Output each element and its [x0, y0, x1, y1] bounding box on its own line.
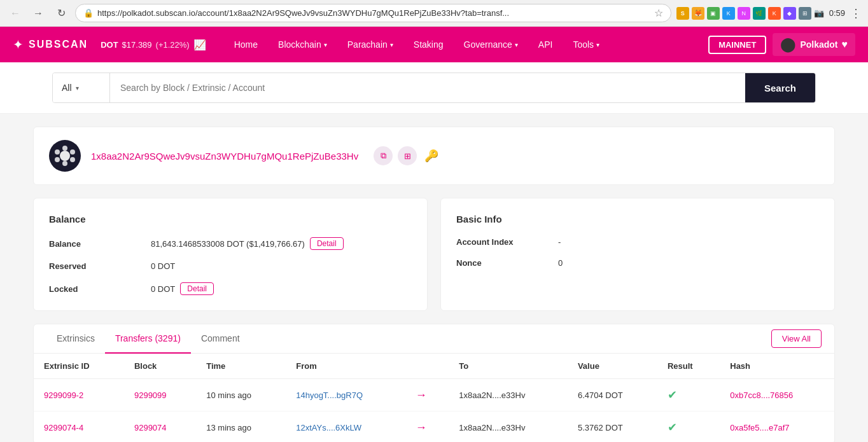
tab-transfers[interactable]: Transfers (3291): [105, 324, 191, 354]
navbar-logo[interactable]: ✦ SUBSCAN: [13, 37, 88, 52]
reserved-value: 0 DOT: [151, 261, 175, 271]
nav-api[interactable]: API: [529, 27, 562, 62]
navbar-links: Home Blockchain ▾ Parachain ▾ Staking Go…: [225, 27, 708, 62]
chart-icon: 📈: [193, 39, 206, 51]
locked-detail-button[interactable]: Detail: [180, 282, 214, 295]
dot-price: $17.389: [122, 40, 152, 50]
account-actions: ⧉ ⊞ 🔑: [374, 146, 441, 165]
svg-point-2: [62, 146, 67, 151]
to-1: 1x8aa2N....e33Hv: [449, 379, 568, 411]
svg-point-3: [62, 161, 67, 166]
hash-link-2[interactable]: 0xa5fe5....e7af7: [730, 423, 789, 432]
account-index-value: -: [558, 237, 561, 247]
copy-icon: ⧉: [381, 151, 386, 161]
transfers-table: Extrinsic ID Block Time From To Value Re…: [34, 354, 834, 442]
forward-button[interactable]: →: [29, 4, 47, 22]
heart-icon: ♥: [842, 39, 848, 50]
result-icon-2: ✔: [668, 421, 677, 434]
account-index-row: Account Index -: [456, 237, 819, 247]
extension-icons: S 🦊 ▣ K N 🌿 K ◆ ⊞ 📷: [676, 7, 824, 20]
copy-address-button[interactable]: ⧉: [374, 146, 393, 165]
nav-staking[interactable]: Staking: [405, 27, 452, 62]
basic-info-title: Basic Info: [456, 214, 819, 224]
back-button[interactable]: ←: [6, 4, 24, 22]
svg-point-6: [55, 157, 60, 162]
nonce-row: Nonce 0: [456, 258, 819, 268]
ext-icon-8: ◆: [783, 7, 796, 20]
account-card: 1x8aa2N2Ar9SQweJv9vsuZn3WYDHu7gMQu1RePjZ…: [33, 127, 835, 185]
ext-icon-9: ⊞: [799, 7, 811, 20]
col-extrinsic-id: Extrinsic ID: [34, 354, 124, 379]
avatar-icon: [51, 142, 79, 170]
ext-icon-5: N: [738, 7, 750, 20]
from-link-2[interactable]: 12xtAYs....6XkLW: [296, 423, 361, 432]
browser-menu[interactable]: ⋮: [850, 6, 862, 20]
search-bar: All ▾ Search: [52, 73, 816, 103]
bookmark-icon[interactable]: ☆: [654, 7, 663, 19]
balance-row: Balance 81,643.1468533008 DOT ($1,419,76…: [49, 237, 412, 250]
value-1: 6.4704 DOT: [568, 379, 657, 411]
main-content: 1x8aa2N2Ar9SQweJv9vsuZn3WYDHu7gMQu1RePjZ…: [20, 114, 848, 442]
col-result: Result: [657, 354, 720, 379]
svg-point-1: [60, 151, 70, 161]
address-bar[interactable]: 🔒 https://polkadot.subscan.io/account/1x…: [75, 4, 671, 22]
tabs-container: Extrinsics Transfers (3291) Comment View…: [33, 324, 835, 442]
from-link-1[interactable]: 14hyogT....bgR7Q: [296, 390, 363, 400]
time-2: 13 mins ago: [196, 411, 286, 443]
block-link-1[interactable]: 9299099: [134, 390, 167, 400]
nav-parachain[interactable]: Parachain ▾: [339, 27, 402, 62]
nav-governance[interactable]: Governance ▾: [455, 27, 527, 62]
svg-point-5: [70, 149, 75, 155]
block-link-2[interactable]: 9299074: [134, 423, 167, 432]
result-icon-1: ✔: [668, 389, 677, 401]
table-row: 9299074-4 9299074 13 mins ago 12xtAYs...…: [34, 411, 834, 443]
search-bar-container: All ▾ Search: [0, 62, 868, 114]
balance-amount: 81,643.1468533008 DOT ($1,419,766.67): [151, 239, 305, 249]
nonce-value: 0: [558, 258, 563, 268]
qr-code-button[interactable]: ⊞: [398, 146, 417, 165]
ext-icon-2: 🦊: [692, 7, 704, 20]
svg-point-4: [55, 149, 60, 155]
tab-comment[interactable]: Comment: [191, 324, 250, 354]
nonce-label: Nonce: [456, 258, 558, 268]
polkadot-brand[interactable]: ⬤ Polkadot ♥: [773, 33, 855, 56]
account-address[interactable]: 1x8aa2N2Ar9SQweJv9vsuZn3WYDHu7gMQu1RePjZ…: [91, 151, 358, 162]
nav-home[interactable]: Home: [225, 27, 267, 62]
account-index-label: Account Index: [456, 237, 558, 247]
key-button[interactable]: 🔑: [422, 146, 441, 165]
search-input[interactable]: [110, 73, 745, 102]
basic-info-card: Basic Info Account Index - Nonce 0: [440, 198, 835, 311]
qr-icon: ⊞: [404, 151, 411, 161]
price-change: (+1.22%): [156, 40, 190, 50]
tools-arrow: ▾: [596, 41, 599, 48]
key-icon: 🔑: [424, 149, 438, 163]
mainnet-button[interactable]: MAINNET: [708, 36, 766, 54]
filter-label: All: [62, 83, 72, 93]
extrinsic-id-link-2[interactable]: 9299074-4: [44, 423, 83, 432]
search-filter-dropdown[interactable]: All ▾: [53, 73, 110, 102]
ext-icon-4: K: [722, 7, 735, 20]
ext-icon-3: ▣: [707, 7, 720, 20]
polkadot-icon: ⬤: [780, 36, 796, 53]
value-2: 5.3762 DOT: [568, 411, 657, 443]
dot-label: DOT: [101, 40, 118, 50]
balance-detail-button[interactable]: Detail: [310, 237, 344, 250]
logo-icon: ✦: [13, 37, 24, 52]
filter-arrow-icon: ▾: [76, 85, 79, 92]
price-display: DOT $17.389 (+1.22%) 📈: [101, 39, 206, 51]
nav-blockchain[interactable]: Blockchain ▾: [269, 27, 336, 62]
browser-time: 0:59: [829, 8, 845, 18]
tab-extrinsics[interactable]: Extrinsics: [46, 324, 105, 354]
view-all-button[interactable]: View All: [771, 329, 822, 348]
col-arrow: [405, 354, 449, 379]
extrinsic-id-link-1[interactable]: 9299099-2: [44, 390, 83, 400]
hash-link-1[interactable]: 0xb7cc8....76856: [730, 390, 793, 400]
search-button[interactable]: Search: [745, 73, 815, 102]
extensions-more[interactable]: 📷: [814, 8, 824, 18]
tabs-header: Extrinsics Transfers (3291) Comment View…: [34, 324, 834, 354]
balance-label: Balance: [49, 239, 151, 249]
refresh-button[interactable]: ↻: [52, 4, 70, 22]
ext-icon-6: 🌿: [753, 7, 766, 20]
nav-tools[interactable]: Tools ▾: [564, 27, 608, 62]
account-avatar: [49, 140, 81, 172]
